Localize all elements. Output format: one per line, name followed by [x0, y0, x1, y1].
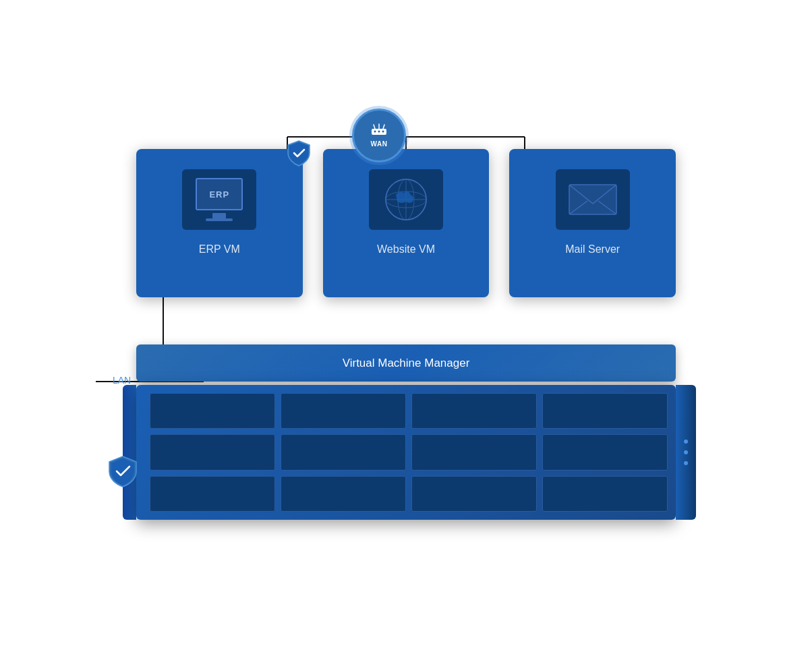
drive-bay	[150, 476, 275, 512]
drive-bay	[150, 434, 275, 470]
drive-bay	[411, 476, 537, 512]
drive-bay	[281, 393, 406, 429]
erp-shield-badge	[283, 137, 315, 169]
website-vm-label: Website VM	[377, 243, 435, 255]
svg-point-9	[382, 131, 384, 133]
svg-line-10	[374, 125, 375, 129]
drive-bay	[542, 476, 668, 512]
erp-vm-card: ERP ERP VM	[136, 149, 303, 297]
website-icon-box	[369, 169, 443, 230]
svg-rect-19	[569, 185, 616, 214]
server-led	[684, 440, 688, 444]
server-chassis	[136, 385, 676, 520]
vmm-bar: Virtual Machine Manager	[136, 344, 676, 382]
erp-vm-label: ERP VM	[199, 243, 240, 255]
server-right-panel	[676, 385, 696, 520]
server-drive-bays	[150, 393, 668, 512]
drive-bay	[150, 393, 275, 429]
server-led	[684, 450, 688, 454]
mail-server-label: Mail Server	[565, 243, 620, 255]
wan-label: WAN	[371, 140, 388, 148]
svg-line-12	[383, 125, 384, 129]
drive-bay	[411, 434, 537, 470]
svg-point-7	[374, 131, 376, 133]
drive-bay	[542, 434, 668, 470]
server-led	[684, 461, 688, 465]
globe-icon	[382, 176, 430, 223]
erp-monitor-icon: ERP	[196, 178, 243, 221]
mail-icon-box	[556, 169, 630, 230]
drive-bay	[411, 393, 537, 429]
vmm-label: Virtual Machine Manager	[343, 357, 470, 370]
website-vm-card: Website VM	[323, 149, 490, 297]
mail-server-card: Mail Server	[509, 149, 676, 297]
svg-point-8	[378, 131, 380, 133]
drive-bay	[542, 393, 668, 429]
drive-bay	[281, 476, 406, 512]
drive-bay	[281, 434, 406, 470]
server-shield-badge	[104, 452, 141, 489]
vm-cards-row: ERP ERP VM	[136, 149, 676, 297]
wan-node: WAN	[352, 109, 406, 162]
diagram-container: WAN ERP ERP VM	[96, 95, 716, 567]
envelope-icon	[566, 179, 620, 220]
router-icon	[370, 123, 388, 139]
lan-label: LAN	[113, 375, 131, 386]
erp-icon-box: ERP	[182, 169, 256, 230]
